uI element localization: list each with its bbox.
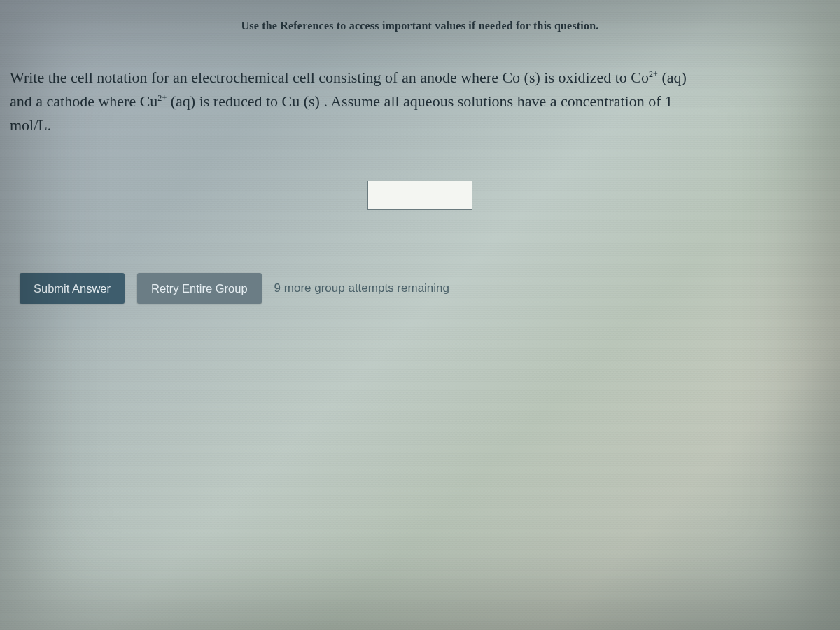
- q-line2b: (aq) is reduced to Cu (s) . Assume all a…: [167, 92, 673, 110]
- question-panel: Use the References to access important v…: [0, 0, 840, 630]
- q-line1-sup: 2+: [649, 69, 658, 79]
- attempts-remaining: 9 more group attempts remaining: [274, 281, 449, 295]
- retry-button[interactable]: Retry Entire Group: [137, 273, 262, 304]
- submit-button[interactable]: Submit Answer: [20, 273, 125, 304]
- question-text: Write the cell notation for an electroch…: [0, 32, 840, 137]
- q-line3: mol/L.: [10, 116, 51, 134]
- q-line1b: (aq): [658, 69, 687, 86]
- q-line2a: and a cathode where Cu: [10, 92, 158, 110]
- references-note: Use the References to access important v…: [0, 0, 840, 32]
- answer-input[interactable]: [368, 181, 472, 210]
- button-row: Submit Answer Retry Entire Group 9 more …: [0, 273, 840, 304]
- q-line1a: Write the cell notation for an electroch…: [10, 69, 649, 86]
- answer-row: [0, 181, 840, 210]
- empty-space: [0, 329, 840, 630]
- q-line2-sup: 2+: [158, 93, 167, 103]
